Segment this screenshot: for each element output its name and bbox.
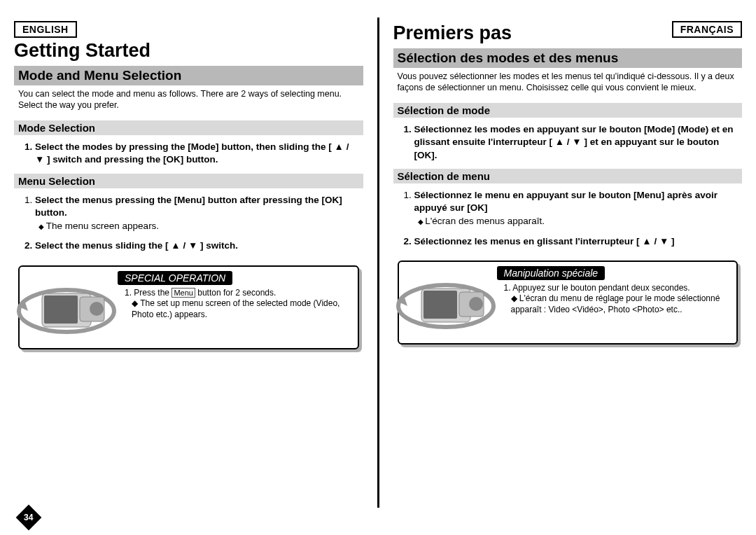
menu-step-2-en: Select the menus sliding the [ ▲ / ▼ ] s…	[35, 239, 359, 252]
section-heading-en: Mode and Menu Selection	[14, 66, 363, 85]
menu-selection-heading-fr: Sélection de menu	[393, 169, 743, 183]
menu-step-1-text-fr: Sélectionnez le menu en appuyant sur le …	[414, 190, 718, 213]
special-operation-box-fr: Manipulation spéciale 1. Appuyez sur le …	[398, 260, 738, 350]
menu-step-1-sub-fr: L'écran des menus apparaît.	[414, 215, 738, 228]
special-title-en: SPECIAL OPERATION	[118, 271, 232, 285]
intro-text-fr: Vous pouvez sélectionner les modes et le…	[393, 71, 743, 93]
page-title-en: Getting Started	[14, 40, 363, 62]
page-french: FRANÇAIS Premiers pas Sélection des mode…	[379, 21, 757, 535]
special-operation-box-en: SPECIAL OPERATION 1. Press the Menu butt…	[18, 265, 359, 355]
menu-selection-heading-en: Menu Selection	[14, 174, 363, 188]
svg-rect-2	[44, 296, 78, 324]
mode-selection-heading-fr: Sélection de mode	[393, 103, 743, 118]
mode-selection-heading-en: Mode Selection	[14, 120, 363, 135]
special-body-fr: 1. Appuyez sur le bouton pendant deux se…	[497, 283, 737, 316]
mode-steps-en: Select the modes by pressing the [Mode] …	[14, 141, 363, 166]
language-tab-fr: FRANÇAIS	[672, 21, 742, 38]
mode-step-1-en: Select the modes by pressing the [Mode] …	[35, 141, 359, 166]
mode-steps-fr: Sélectionnez les modes en appuyant sur l…	[393, 123, 743, 162]
special-title-fr: Manipulation spéciale	[497, 266, 606, 280]
menu-step-2-fr: Sélectionnez les menus en glissant l'int…	[414, 235, 738, 248]
menu-button-label: Menu	[172, 288, 195, 298]
camera-illustration-icon	[393, 268, 498, 338]
mode-step-1-fr: Sélectionnez les modes en appuyant sur l…	[414, 123, 738, 162]
svg-rect-7	[424, 291, 457, 319]
special-body-en: 1. Press the Menu button for 2 seconds. …	[118, 288, 358, 321]
special-sub-en: The set up menu screen of the selected m…	[132, 298, 340, 319]
intro-text-en: You can select the mode and menu as foll…	[14, 89, 363, 111]
special-step-fr: 1. Appuyez sur le bouton pendant deux se…	[504, 283, 737, 294]
menu-steps-fr: Sélectionnez le menu en appuyant sur le …	[393, 189, 743, 248]
section-heading-fr: Sélection des modes et des menus	[393, 48, 743, 68]
menu-step-1-fr: Sélectionnez le menu en appuyant sur le …	[414, 189, 738, 228]
menu-step-1-text-en: Select the menus pressing the [Menu] but…	[35, 195, 342, 218]
menu-step-1-en: Select the menus pressing the [Menu] but…	[35, 194, 359, 233]
menu-steps-en: Select the menus pressing the [Menu] but…	[14, 194, 363, 253]
svg-point-4	[90, 302, 104, 316]
menu-step-1-sub-en: The menu screen appears.	[35, 220, 359, 232]
language-tab-en: ENGLISH	[14, 21, 77, 38]
special-sub-fr: L'écran du menu de réglage pour le mode …	[511, 293, 720, 314]
page-number: 34	[20, 508, 38, 527]
camera-illustration-icon	[14, 272, 119, 342]
page-english: ENGLISH Getting Started Mode and Menu Se…	[0, 21, 377, 535]
svg-point-9	[469, 297, 483, 311]
